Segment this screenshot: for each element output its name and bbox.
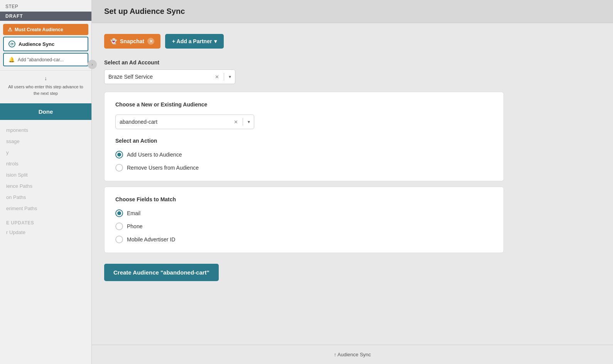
action-add-users[interactable]: Add Users to Audience [115,151,493,158]
audience-dropdown-divider [243,118,243,126]
sidebar-item-audience-paths[interactable]: ience Paths [0,180,91,192]
action-remove-users[interactable]: Remove Users from Audience [115,164,493,172]
bottom-bar: ↑ Audience Sync [92,345,613,364]
main-body: 👻 Snapchat ✕ + Add a Partner ▾ Select an… [92,23,516,292]
fields-panel: Choose Fields to Match Email Phone Mobil… [104,187,504,253]
field-phone[interactable]: Phone [115,222,493,230]
field-mobile-advertiser-id[interactable]: Mobile Advertiser ID [115,236,493,243]
main-content: Set up Audience Sync 👻 Snapchat ✕ + Add … [92,0,613,364]
audience-sync-item[interactable]: ⟳ Audience Sync [3,37,88,51]
phone-label: Phone [127,223,142,229]
remove-users-radio[interactable] [115,164,123,172]
dropdown-divider [224,73,224,81]
chevron-down-icon: ▾ [214,38,217,44]
add-users-radio[interactable] [115,151,123,158]
bell-icon: 🔔 [8,57,15,62]
bottom-bar-text: ↑ Audience Sync [334,352,371,357]
field-email[interactable]: Email [115,209,493,217]
draft-bar: DRAFT [0,12,91,21]
ad-account-value: Braze Self Service [108,74,213,80]
sidebar-nav-list: mponents ssage y ntrols ision Split ienc… [0,120,91,364]
sidebar-item-controls[interactable]: ntrols [0,158,91,169]
audience-clear-icon[interactable]: ✕ [234,119,238,125]
snapchat-close-icon[interactable]: ✕ [147,38,154,45]
action-label: Select an Action [115,138,493,144]
add-partner-label: + Add a Partner [172,38,212,44]
nav-section-updates: e Updates [0,216,91,227]
audience-panel: Choose a New or Existing Audience abando… [104,92,504,181]
mobile-advertiser-radio[interactable] [115,236,123,243]
add-users-label: Add Users to Audience [127,152,182,158]
advance-note: ↓ All users who enter this step advance … [0,70,91,100]
ad-account-label: Select an Ad Account [104,59,504,66]
ad-account-dropdown[interactable]: Braze Self Service ✕ ▾ [104,69,235,84]
email-label: Email [127,210,140,216]
email-radio[interactable] [115,209,123,217]
warning-icon: ⚠ [8,27,12,32]
remove-users-label: Remove Users from Audience [127,165,199,171]
snapchat-button[interactable]: 👻 Snapchat ✕ [104,34,160,49]
add-partner-button[interactable]: + Add a Partner ▾ [165,34,224,49]
audience-label: Choose a New or Existing Audience [115,101,493,108]
mobile-advertiser-label: Mobile Advertiser ID [127,236,175,243]
audience-sync-label: Audience Sync [19,41,54,47]
add-item-label: Add "abandoned-car... [18,57,64,62]
audience-dropdown[interactable]: abandoned-cart ✕ ▾ [115,115,254,129]
done-button[interactable]: Done [0,103,91,120]
main-header: Set up Audience Sync [92,0,613,23]
fields-radio-group: Email Phone Mobile Advertiser ID [115,209,493,243]
add-abandoned-cart-item[interactable]: 🔔 Add "abandoned-car... [3,53,88,66]
snapchat-label: Snapchat [120,38,144,44]
ad-account-section: Select an Ad Account Braze Self Service … [104,59,504,84]
sidebar-item-on-paths[interactable]: on Paths [0,192,91,203]
sync-icon: ⟳ [8,40,15,47]
fields-label: Choose Fields to Match [115,196,493,202]
sidebar-item-decision-split[interactable]: ision Split [0,169,91,180]
page-title: Set up Audience Sync [104,7,601,16]
sidebar-item-y[interactable]: y [0,147,91,158]
phone-radio[interactable] [115,222,123,230]
sidebar-item-components[interactable]: mponents [0,125,91,136]
arrow-down-icon: ↓ [5,74,86,83]
audience-caret-icon[interactable]: ▾ [248,119,250,125]
ad-account-clear-icon[interactable]: ✕ [215,74,219,80]
sidebar: Step DRAFT ⚠ Must Create Audience ⟳ Audi… [0,0,92,364]
partner-row: 👻 Snapchat ✕ + Add a Partner ▾ [104,34,504,49]
create-audience-button[interactable]: Create Audience "abandoned-cart" [104,264,219,281]
sidebar-item-message[interactable]: ssage [0,136,91,147]
audience-value: abandoned-cart [120,119,231,125]
must-create-label: Must Create Audience [15,27,63,32]
snapchat-icon: 👻 [110,38,117,44]
action-radio-group: Add Users to Audience Remove Users from … [115,151,493,172]
collapse-chevron[interactable]: › [88,60,97,69]
sidebar-item-experiment-paths[interactable]: eriment Paths [0,203,91,214]
step-label: Step [0,0,91,12]
must-create-badge[interactable]: ⚠ Must Create Audience [3,24,88,35]
sidebar-item-r-update[interactable]: r Update [0,227,91,238]
ad-account-caret-icon[interactable]: ▾ [229,74,231,79]
